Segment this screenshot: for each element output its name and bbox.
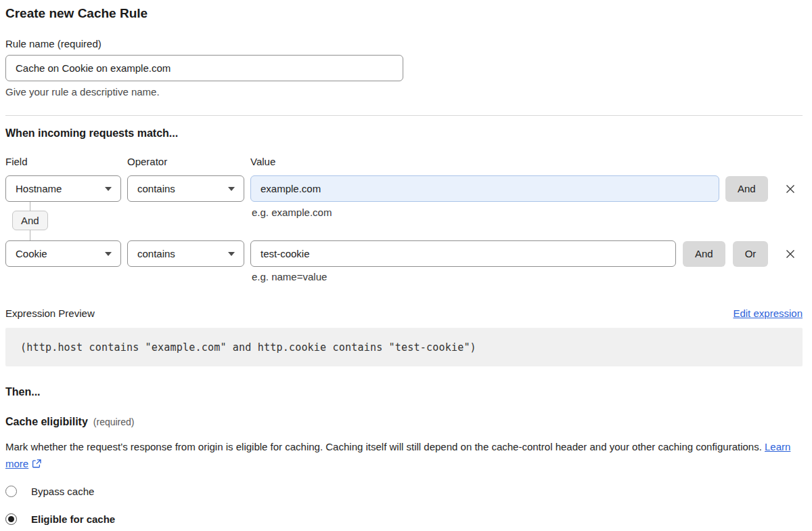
eligible-for-cache-option: Eligible for cache: [5, 513, 803, 525]
expression-preview-block: (http.host contains "example.com" and ht…: [5, 328, 803, 366]
value-hint-2: e.g. name=value: [252, 271, 803, 282]
chevron-down-icon: [105, 187, 112, 191]
operator-select-1-value: contains: [137, 183, 175, 194]
external-link-icon: [32, 456, 42, 473]
operator-select-2[interactable]: contains: [127, 240, 244, 267]
expression-code: (http.host contains "example.com" and ht…: [20, 341, 476, 354]
add-and-condition-button-1[interactable]: And: [725, 176, 768, 202]
operator-select-1[interactable]: contains: [127, 175, 244, 202]
chevron-down-icon: [105, 252, 112, 256]
remove-condition-button-1[interactable]: [781, 179, 800, 198]
value-column-label: Value: [250, 156, 275, 167]
field-select-2-value: Cookie: [16, 248, 47, 259]
chevron-down-icon: [228, 252, 235, 256]
connector-and-toggle[interactable]: And: [12, 211, 48, 230]
then-section-heading: Then...: [5, 386, 803, 398]
bypass-cache-label: Bypass cache: [31, 486, 94, 497]
operator-column-label: Operator: [127, 156, 250, 167]
close-icon: [785, 184, 796, 194]
add-or-condition-button-2[interactable]: Or: [733, 241, 769, 267]
close-icon: [785, 249, 796, 259]
field-select-2[interactable]: Cookie: [5, 240, 121, 267]
value-input-1[interactable]: [250, 175, 719, 202]
page-title: Create new Cache Rule: [5, 6, 803, 21]
operator-select-2-value: contains: [137, 248, 175, 259]
bypass-cache-option: Bypass cache: [5, 486, 803, 497]
cache-eligibility-description: Mark whether the request’s response from…: [5, 438, 792, 473]
field-select-1[interactable]: Hostname: [5, 175, 121, 202]
eligible-for-cache-radio[interactable]: [5, 513, 17, 525]
match-row-2: Cookie contains And Or: [5, 240, 803, 267]
rule-name-input[interactable]: [5, 55, 403, 81]
rule-name-label: Rule name (required): [5, 38, 803, 49]
value-input-2[interactable]: [250, 240, 676, 267]
bypass-cache-radio[interactable]: [5, 486, 17, 497]
match-row-1: Hostname contains And: [5, 175, 803, 202]
add-and-condition-button-2[interactable]: And: [683, 241, 725, 267]
match-section-heading: When incoming requests match...: [5, 127, 803, 140]
rule-name-helper: Give your rule a descriptive name.: [5, 86, 803, 98]
expression-preview-label: Expression Preview: [5, 307, 95, 319]
condition-connector-zone: And e.g. example.com: [5, 202, 803, 240]
section-divider: [5, 115, 803, 116]
create-cache-rule-form: Create new Cache Rule Rule name (require…: [0, 0, 812, 525]
chevron-down-icon: [228, 187, 235, 191]
edit-expression-link[interactable]: Edit expression: [733, 307, 803, 319]
cache-eligibility-title: Cache eligibility: [5, 416, 88, 428]
field-select-1-value: Hostname: [16, 183, 62, 194]
description-text: Mark whether the request’s response from…: [5, 441, 762, 452]
expression-preview-header: Expression Preview Edit expression: [5, 307, 803, 319]
field-column-label: Field: [5, 156, 127, 167]
match-column-headers: Field Operator Value: [5, 156, 803, 167]
cache-eligibility-header: Cache eligibility (required): [5, 416, 803, 428]
value-hint-1: e.g. example.com: [252, 207, 332, 218]
eligible-for-cache-label: Eligible for cache: [31, 513, 115, 525]
remove-condition-button-2[interactable]: [781, 245, 800, 263]
required-note: (required): [93, 417, 135, 427]
